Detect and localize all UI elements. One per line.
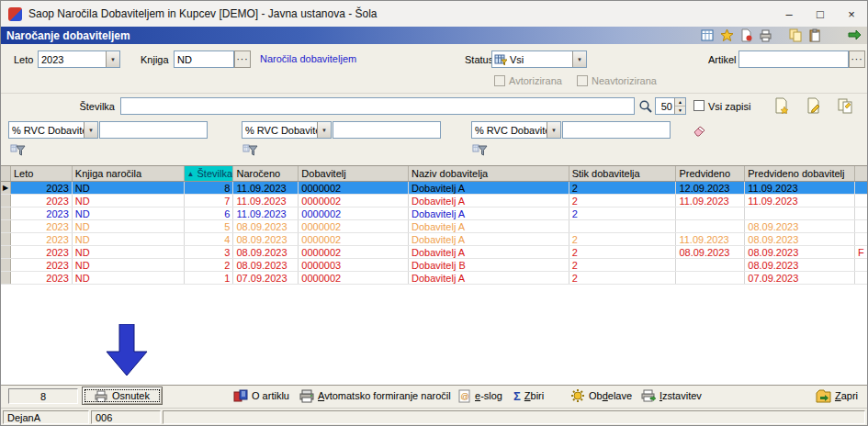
- form-header: Naročanje dobaviteljem: [1, 27, 867, 44]
- row-gutter: [1, 259, 11, 271]
- cell-naziv: Dobavitelj A: [409, 272, 569, 284]
- spin-up-icon[interactable]: ▲: [675, 98, 685, 106]
- paste-icon[interactable]: [808, 28, 822, 42]
- clear-filters-eraser-icon[interactable]: [692, 123, 707, 137]
- table-row[interactable]: 2023ND308.09.20230000002Dobavitelj A208.…: [1, 246, 867, 259]
- column-header-naziv-dobavitelja[interactable]: Naziv dobavitelja: [409, 166, 569, 181]
- search-input[interactable]: [120, 97, 635, 115]
- rvc-filter-combo-3[interactable]: % RVC Dobavitelj ▼: [471, 121, 561, 139]
- vsi-zapisi-checkbox[interactable]: [693, 100, 705, 111]
- zapri-button[interactable]: Zapri: [816, 387, 858, 404]
- rvc-filter-combo-2[interactable]: % RVC Dobavitelj ▼: [242, 121, 332, 139]
- rvc-filter-input-3[interactable]: [562, 121, 671, 139]
- cell-predvideno_dobavitelj: 11.09.2023: [745, 195, 855, 207]
- printer-icon[interactable]: [759, 28, 772, 42]
- leto-combo[interactable]: 2023 ▼: [38, 50, 120, 68]
- e-slog-button[interactable]: @ e-slog: [457, 387, 502, 404]
- row-gutter: [1, 246, 11, 258]
- cell-stevilka: 2: [185, 259, 234, 271]
- artikel-lookup-button[interactable]: ···: [849, 50, 865, 68]
- annotation-arrow-down-icon: [104, 324, 150, 377]
- table-row[interactable]: 2023ND508.09.20230000002Dobavitelj A08.0…: [1, 220, 867, 233]
- cell-stik: 2: [569, 259, 677, 271]
- dropdown-arrow-icon[interactable]: ▼: [84, 122, 97, 138]
- cell-dobavitelj: 0000002: [299, 182, 409, 194]
- page-size-stepper[interactable]: 50 ▲▼: [655, 97, 686, 115]
- row-gutter: [1, 207, 11, 219]
- cell-stik: 2: [569, 182, 677, 194]
- cell-extra: [855, 207, 867, 219]
- avtomatsko-formiranje-button[interactable]: Avtomatsko formiranje naročil: [299, 387, 451, 404]
- column-header-predvideno[interactable]: Predvideno: [676, 166, 745, 181]
- row-gutter: [1, 220, 11, 232]
- artikel-input[interactable]: [738, 50, 849, 68]
- filter-funnel-icon-1[interactable]: [10, 143, 27, 159]
- cell-extra: [855, 195, 867, 207]
- dropdown-arrow-icon[interactable]: ▼: [572, 51, 586, 67]
- avtorizirana-checkbox[interactable]: [494, 75, 505, 86]
- edit-record-icon[interactable]: [805, 97, 821, 114]
- cell-stik: 2: [569, 246, 677, 258]
- osnutek-button[interactable]: Osnutek: [82, 387, 163, 405]
- filter-funnel-icon-2[interactable]: [242, 143, 259, 159]
- dropdown-arrow-icon[interactable]: ▼: [106, 51, 119, 67]
- dropdown-arrow-icon[interactable]: ▼: [547, 122, 560, 138]
- divider: [1, 93, 867, 94]
- copy-record-icon[interactable]: [837, 97, 853, 114]
- filter-funnel-icon-3[interactable]: [472, 143, 489, 159]
- close-button[interactable]: ×: [836, 1, 867, 27]
- column-header-dobavitelj[interactable]: Dobavitelj: [299, 166, 409, 181]
- cell-knjiga: ND: [73, 220, 185, 232]
- table-row[interactable]: 2023ND107.09.20230000002Dobavitelj A207.…: [1, 272, 867, 285]
- copy-icon[interactable]: [789, 28, 803, 42]
- cell-naroceno: 11.09.2023: [233, 195, 299, 207]
- cell-naziv: Dobavitelj A: [409, 182, 569, 194]
- maximize-button[interactable]: □: [805, 1, 836, 27]
- cell-naziv: Dobavitelj B: [409, 259, 569, 271]
- table-row[interactable]: ▶2023ND811.09.20230000002Dobavitelj A212…: [1, 182, 867, 195]
- obdelave-button[interactable]: Obdelave: [570, 387, 632, 404]
- column-header-predvideno-dobavitelj[interactable]: Predvideno dobavitelj: [745, 166, 855, 181]
- record-count: 8: [8, 388, 78, 404]
- cell-predvideno: 08.09.2023: [676, 246, 745, 258]
- new-record-icon[interactable]: [772, 97, 789, 114]
- process-icon: [570, 388, 585, 403]
- column-header-naroceno[interactable]: Naročeno: [233, 166, 299, 181]
- minimize-button[interactable]: –: [773, 1, 805, 27]
- cell-predvideno: 11.09.2023: [676, 233, 745, 245]
- knjiga-input[interactable]: [174, 50, 234, 68]
- rvc-filter-input-1[interactable]: [99, 121, 208, 139]
- spin-down-icon[interactable]: ▼: [675, 106, 685, 114]
- rvc-filter-combo-1[interactable]: % RVC Dobavitelj ▼: [8, 121, 98, 139]
- column-header-knjiga[interactable]: Knjiga naročila: [73, 166, 185, 181]
- cell-predvideno_dobavitelj: 08.09.2023: [745, 259, 855, 271]
- rvc-filter-input-2[interactable]: [333, 121, 441, 139]
- cell-stevilka: 8: [185, 182, 234, 194]
- table-row[interactable]: 2023ND611.09.20230000002Dobavitelj A2: [1, 207, 867, 220]
- column-header-stevilka[interactable]: ▲ Številka: [185, 166, 234, 181]
- cell-extra: F: [855, 246, 867, 258]
- search-icon[interactable]: [638, 99, 653, 114]
- knjiga-lookup-button[interactable]: ···: [234, 50, 251, 68]
- form-title: Naročanje dobaviteljem: [6, 29, 130, 42]
- cell-extra: [855, 233, 867, 245]
- table-row[interactable]: 2023ND408.09.20230000002Dobavitelj A211.…: [1, 233, 867, 246]
- table-row[interactable]: 2023ND208.09.20230000003Dobavitelj B208.…: [1, 259, 867, 272]
- zbiri-button[interactable]: Σ Zbiri: [513, 387, 544, 404]
- column-header-leto[interactable]: Leto: [11, 166, 73, 181]
- cell-predvideno_dobavitelj: 07.09.2023: [745, 272, 855, 284]
- exchange-icon[interactable]: [848, 28, 862, 42]
- o-artiklu-button[interactable]: O artiklu: [233, 387, 289, 404]
- table-row[interactable]: 2023ND711.09.20230000002Dobavitelj A211.…: [1, 195, 867, 207]
- column-header-stik-dobavitelja[interactable]: Stik dobavitelja: [569, 166, 677, 181]
- izstavitev-button[interactable]: Izstavitev: [641, 387, 702, 404]
- table-icon[interactable]: [701, 28, 715, 42]
- knjiga-description-link[interactable]: Naročila dobaviteljem: [260, 53, 356, 64]
- report-icon[interactable]: [739, 28, 753, 42]
- neavtorizirana-checkbox[interactable]: [577, 75, 588, 86]
- cell-predvideno_dobavitelj: 08.09.2023: [745, 233, 855, 245]
- star-icon[interactable]: [720, 28, 734, 42]
- cell-naroceno: 08.09.2023: [233, 246, 299, 258]
- status-combo[interactable]: Vsi ▼: [491, 50, 587, 68]
- dropdown-arrow-icon[interactable]: ▼: [317, 122, 331, 138]
